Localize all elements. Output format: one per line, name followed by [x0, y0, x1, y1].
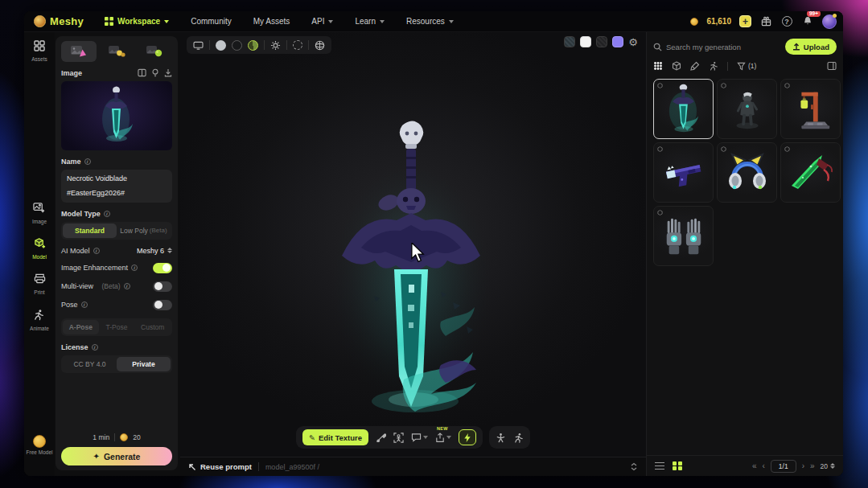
background-swatches: ⚙ [564, 36, 638, 47]
nav-community[interactable]: Community [191, 17, 232, 26]
generation-thumbnail-cat-ear-headphones[interactable] [717, 142, 777, 203]
info-icon[interactable]: i [131, 265, 138, 271]
pose-option-a-pose[interactable]: A-Pose [63, 320, 99, 334]
nav-resources[interactable]: Resources [406, 17, 454, 26]
edit-texture-button[interactable]: ✎ Edit Texture [302, 429, 368, 445]
info-icon[interactable]: i [93, 248, 100, 254]
textured-view-icon[interactable] [248, 40, 258, 51]
download-image-icon[interactable] [164, 68, 172, 77]
generation-thumbnail-lantern-post[interactable] [780, 79, 841, 139]
last-page-icon[interactable]: » [810, 462, 815, 470]
tab-image-to-3d[interactable] [61, 41, 97, 62]
generation-thumbnail-dark-figure[interactable] [717, 79, 777, 139]
input-image-preview[interactable] [61, 81, 172, 150]
upload-button[interactable]: Upload [785, 39, 837, 55]
tab-texture[interactable] [137, 41, 172, 62]
model-type-low-poly[interactable]: Low Poly (Beta) [117, 223, 171, 238]
prev-page-icon[interactable]: ‹ [762, 462, 764, 470]
nav-resources-label: Resources [406, 17, 445, 26]
gear-icon[interactable]: ⚙ [628, 37, 638, 47]
license-private[interactable]: Private [117, 357, 171, 371]
background-swatch-dark[interactable] [596, 36, 607, 47]
info-icon[interactable]: i [92, 344, 98, 351]
user-avatar[interactable] [822, 14, 837, 29]
filter-funnel-icon[interactable]: (1) [737, 62, 756, 71]
info-icon[interactable]: i [104, 211, 110, 217]
generation-thumbnail-mech-gloves[interactable] [653, 206, 714, 266]
environment-sphere-icon[interactable] [315, 40, 325, 51]
cube-icon [721, 146, 726, 152]
help-icon[interactable]: ? [780, 15, 793, 28]
boost-button[interactable] [459, 429, 476, 445]
remesh-brush-icon[interactable] [376, 433, 386, 443]
info-icon[interactable]: i [81, 301, 88, 308]
mode-tabs [61, 41, 172, 62]
multiview-beta-tag: (Beta) [102, 282, 121, 290]
model-render-sword[interactable] [319, 111, 506, 429]
filter-animations-runner-icon[interactable] [709, 61, 718, 71]
rail-item-print[interactable]: Print [34, 273, 46, 295]
ai-model-select[interactable]: Meshy 6 [137, 247, 172, 255]
compare-view-icon[interactable] [138, 68, 146, 77]
grid-view-icon[interactable] [673, 461, 682, 471]
list-view-icon[interactable] [655, 462, 664, 470]
filter-all-grid-icon[interactable] [653, 61, 663, 71]
rigging-icon[interactable] [393, 433, 404, 443]
search-input[interactable] [666, 43, 763, 51]
image-enhancement-toggle[interactable] [153, 263, 172, 273]
add-credits-button[interactable]: + [739, 15, 751, 27]
page-size-select[interactable]: 20 [821, 462, 835, 470]
info-icon[interactable]: i [124, 283, 130, 289]
rail-item-image[interactable]: Image [32, 202, 47, 224]
gift-icon[interactable] [759, 15, 772, 28]
credits-balance[interactable]: 61,610 [706, 17, 731, 26]
notifications-bell-icon[interactable]: 99+ [801, 15, 814, 28]
comment-icon[interactable] [411, 433, 428, 442]
shaded-view-icon[interactable] [216, 40, 226, 51]
nav-workspace[interactable]: Workspace [105, 17, 169, 26]
nav-api[interactable]: API [311, 17, 333, 26]
reuse-prompt-button[interactable]: Reuse prompt [188, 462, 252, 471]
filter-models-cube-icon[interactable] [672, 61, 681, 71]
model-type-standard[interactable]: Standard [63, 223, 117, 238]
expand-prompt-icon[interactable] [630, 462, 638, 471]
mouse-cursor [410, 243, 428, 267]
generation-thumbnail-glowing-sword[interactable] [653, 79, 714, 139]
3d-viewport[interactable]: ⚙ [180, 32, 646, 476]
info-icon[interactable]: i [84, 158, 91, 165]
wireframe-view-icon[interactable] [232, 40, 242, 51]
main-nav: Workspace Community My Assets API Learn … [105, 17, 454, 26]
turntable-icon[interactable] [293, 40, 302, 50]
generation-thumbnail-green-blade[interactable] [780, 142, 841, 203]
rail-item-assets[interactable]: Assets [31, 40, 47, 62]
lighting-sun-icon[interactable] [270, 40, 281, 51]
animate-tool-icon[interactable] [513, 433, 524, 443]
meshy-logo[interactable]: Meshy [34, 15, 84, 27]
name-field[interactable]: Necrotic Voidblade #EasterEgg2026# [61, 170, 172, 203]
nav-my-assets[interactable]: My Assets [253, 17, 290, 26]
nav-learn[interactable]: Learn [355, 17, 385, 26]
multiview-toggle[interactable] [153, 281, 172, 292]
background-swatch-purple[interactable] [612, 36, 623, 47]
lightbulb-icon[interactable] [151, 68, 159, 77]
filter-textures-brush-icon[interactable] [690, 61, 700, 71]
share-icon[interactable]: NEW [435, 433, 451, 443]
rail-item-animate[interactable]: Animate [30, 309, 49, 331]
rail-item-model[interactable]: Model [32, 237, 47, 260]
pose-option-custom[interactable]: Custom [134, 320, 171, 334]
tab-text-to-3d[interactable] [99, 41, 134, 62]
background-swatch-textured[interactable] [564, 36, 575, 47]
pose-toggle[interactable] [153, 300, 172, 310]
first-page-icon[interactable]: « [752, 462, 757, 470]
pose-option-t-pose[interactable]: T-Pose [99, 320, 135, 334]
license-cc-by[interactable]: CC BY 4.0 [63, 357, 117, 371]
collapse-panel-icon[interactable] [827, 61, 837, 71]
image-section-header: Image [61, 68, 172, 77]
pose-tool-icon[interactable] [496, 433, 506, 443]
screenshot-icon[interactable] [193, 41, 204, 50]
generate-button[interactable]: ✦ Generate [61, 447, 172, 465]
next-page-icon[interactable]: › [802, 462, 804, 470]
rail-item-free-model[interactable]: Free Model [27, 435, 53, 455]
generation-thumbnail-frost-pistol[interactable] [653, 142, 714, 203]
background-swatch-white[interactable] [580, 36, 591, 47]
